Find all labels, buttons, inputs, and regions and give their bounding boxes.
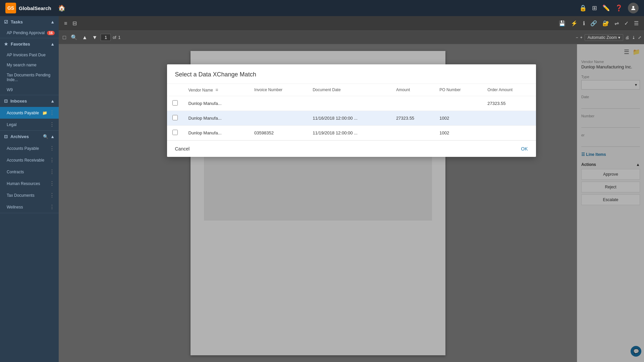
page-separator: of bbox=[113, 35, 116, 40]
edit-icon[interactable]: ✏️ bbox=[602, 4, 610, 12]
pdf-up-icon[interactable]: ▲ bbox=[81, 33, 89, 42]
legal-label: Legal bbox=[7, 122, 16, 127]
help-icon[interactable]: ❓ bbox=[615, 4, 623, 12]
col-amount: Amount bbox=[391, 84, 434, 96]
avatar[interactable] bbox=[628, 3, 639, 13]
row-checkbox-cell bbox=[167, 111, 183, 126]
sidebar-item-archive-contracts[interactable]: Contracts ⋮ bbox=[0, 166, 59, 178]
sidebar-item-my-search[interactable]: My search name bbox=[0, 60, 59, 70]
link-icon[interactable]: 🔗 bbox=[589, 19, 598, 28]
main-layout: ☑ Tasks ▲ AP Pending Approval 16 ★ Favor… bbox=[0, 16, 644, 362]
zoom-chevron-icon: ▾ bbox=[618, 35, 620, 40]
vendor-filter-icon[interactable]: ≡ bbox=[215, 87, 218, 93]
row-checkbox-0[interactable] bbox=[172, 100, 178, 106]
info-icon[interactable]: ℹ bbox=[582, 19, 586, 28]
checkbox-col-header bbox=[167, 84, 183, 96]
zoom-dropdown[interactable]: Automatic Zoom ▾ bbox=[585, 34, 623, 41]
archive-ar-label: Accounts Receivable bbox=[7, 158, 44, 163]
print-icon[interactable]: 🖨 bbox=[625, 35, 629, 40]
archive-hr-more[interactable]: ⋮ bbox=[49, 180, 55, 187]
favorites-header[interactable]: ★ Favorites ▲ bbox=[0, 38, 59, 50]
archive-wellness-label: Wellness bbox=[7, 205, 23, 209]
pdf-toolbar-right: 🖨 ⤓ ⤢ bbox=[625, 35, 641, 40]
grid-icon[interactable]: ⊞ bbox=[592, 4, 597, 12]
sidebar-item-tax-pending[interactable]: Tax Documents Pending Inde... bbox=[0, 70, 59, 85]
archives-search-icon[interactable]: 🔍 bbox=[43, 134, 48, 139]
zoom-minus-btn[interactable]: − bbox=[576, 35, 578, 40]
lightning-icon[interactable]: ⚡ bbox=[570, 19, 579, 28]
archive-wellness-more[interactable]: ⋮ bbox=[49, 204, 55, 210]
ok-button[interactable]: OK bbox=[521, 146, 528, 152]
table-header-row: Vendor Name ≡ Invoice Number Document Da… bbox=[167, 84, 536, 96]
pdf-expand-icon[interactable]: ⤢ bbox=[638, 35, 641, 40]
sidebar-item-archive-wellness[interactable]: Wellness ⋮ bbox=[0, 201, 59, 213]
list-icon[interactable]: ☰ bbox=[633, 19, 640, 28]
star-icon: ★ bbox=[4, 42, 8, 47]
inboxes-header[interactable]: ⊡ Inboxes ▲ bbox=[0, 95, 59, 107]
archives-header[interactable]: ⊡ Archives 🔍 ▲ bbox=[0, 131, 59, 142]
save-icon[interactable]: 💾 bbox=[557, 19, 567, 28]
menu-icon[interactable]: ≡ bbox=[63, 19, 68, 28]
sidebar-item-accounts-payable-inbox[interactable]: Accounts Payable 📁 ⋮ bbox=[0, 107, 59, 119]
table-row: Dunlop Manufa... 03598352 11/19/2018 12:… bbox=[167, 126, 536, 140]
page-total: 1 bbox=[118, 35, 120, 40]
sidebar-item-archive-tax[interactable]: Tax Documents ⋮ bbox=[0, 189, 59, 201]
ap-pending-badge: 16 bbox=[47, 31, 55, 35]
sidebar-item-archive-hr[interactable]: Human Resources ⋮ bbox=[0, 178, 59, 189]
sidebar-item-legal[interactable]: Legal ⋮ bbox=[0, 119, 59, 130]
sidebar-item-archive-accounts-payable[interactable]: Accounts Payable ⋮ bbox=[0, 142, 59, 154]
legal-more-icon[interactable]: ⋮ bbox=[49, 121, 55, 128]
row-date-1: 11/16/2018 12:00:00 ... bbox=[307, 111, 391, 126]
w9-label: W9 bbox=[7, 87, 13, 92]
row-checkbox-cell bbox=[167, 126, 183, 140]
app-name: GlobalSearch bbox=[19, 5, 51, 11]
table-row: Dunlop Manufa... 11/16/2018 12:00:00 ...… bbox=[167, 111, 536, 126]
pdf-search-icon[interactable]: 🔍 bbox=[69, 33, 79, 42]
sidebar-item-ap-pending[interactable]: AP Pending Approval 16 bbox=[0, 28, 59, 38]
archives-icon: ⊡ bbox=[4, 134, 8, 139]
sidebar-item-archive-accounts-receivable[interactable]: Accounts Receivable ⋮ bbox=[0, 154, 59, 166]
search-toolbar-icon[interactable]: ⊟ bbox=[71, 19, 78, 28]
home-icon[interactable]: 🏠 bbox=[58, 4, 65, 12]
archive-contracts-more[interactable]: ⋮ bbox=[49, 169, 55, 175]
row-vendor-2: Dunlop Manufa... bbox=[183, 126, 249, 140]
top-navigation: GS GlobalSearch 🏠 🔒 ⊞ ✏️ ❓ bbox=[0, 0, 644, 16]
pdf-toggle-icon[interactable]: □ bbox=[61, 33, 67, 42]
sidebar: ☑ Tasks ▲ AP Pending Approval 16 ★ Favor… bbox=[0, 16, 59, 362]
row-invoice-0 bbox=[249, 96, 307, 111]
archives-label: Archives bbox=[10, 134, 29, 139]
zoom-plus-btn[interactable]: + bbox=[580, 35, 583, 40]
pdf-down-icon[interactable]: ▼ bbox=[91, 33, 99, 42]
more-options-icon[interactable]: ⋮ bbox=[49, 110, 55, 116]
sidebar-item-w9[interactable]: W9 bbox=[0, 85, 59, 95]
archive-accounts-payable-label: Accounts Payable bbox=[7, 146, 39, 151]
row-date-2: 11/19/2018 12:00:00 ... bbox=[307, 126, 391, 140]
col-invoice-number: Invoice Number bbox=[249, 84, 307, 96]
data-xchange-modal: Select a Data XChange Match Vendor Name … bbox=[167, 64, 536, 157]
shield-icon[interactable]: 🔐 bbox=[601, 19, 610, 28]
row-order-amount-0: 27323.55 bbox=[482, 96, 536, 111]
svg-point-0 bbox=[632, 6, 634, 8]
row-checkbox-2[interactable] bbox=[172, 130, 178, 135]
lock-icon[interactable]: 🔒 bbox=[579, 4, 587, 12]
task-icon: ☑ bbox=[4, 19, 8, 24]
tasks-section: ☑ Tasks ▲ AP Pending Approval 16 bbox=[0, 16, 59, 38]
transfer-icon[interactable]: ⇌ bbox=[613, 19, 620, 28]
archive-tax-label: Tax Documents bbox=[7, 193, 35, 198]
archive-ap-more[interactable]: ⋮ bbox=[49, 145, 55, 152]
cancel-button[interactable]: Cancel bbox=[175, 146, 190, 152]
archive-ar-more[interactable]: ⋮ bbox=[49, 157, 55, 163]
pdf-download-icon[interactable]: ⤓ bbox=[632, 35, 635, 40]
page-number-input[interactable] bbox=[101, 34, 111, 41]
row-date-0 bbox=[307, 96, 391, 111]
archives-section: ⊡ Archives 🔍 ▲ Accounts Payable ⋮ Accoun… bbox=[0, 131, 59, 213]
tasks-header[interactable]: ☑ Tasks ▲ bbox=[0, 16, 59, 28]
favorites-label: Favorites bbox=[11, 42, 30, 47]
modal-footer: Cancel OK bbox=[167, 140, 536, 157]
col-vendor-name: Vendor Name ≡ bbox=[183, 84, 249, 96]
row-po-1: 1002 bbox=[434, 111, 482, 126]
check-icon[interactable]: ✓ bbox=[623, 19, 630, 28]
row-checkbox-1[interactable] bbox=[172, 115, 178, 120]
sidebar-item-ap-invoices[interactable]: AP Invoices Past Due bbox=[0, 50, 59, 60]
archive-tax-more[interactable]: ⋮ bbox=[49, 192, 55, 198]
